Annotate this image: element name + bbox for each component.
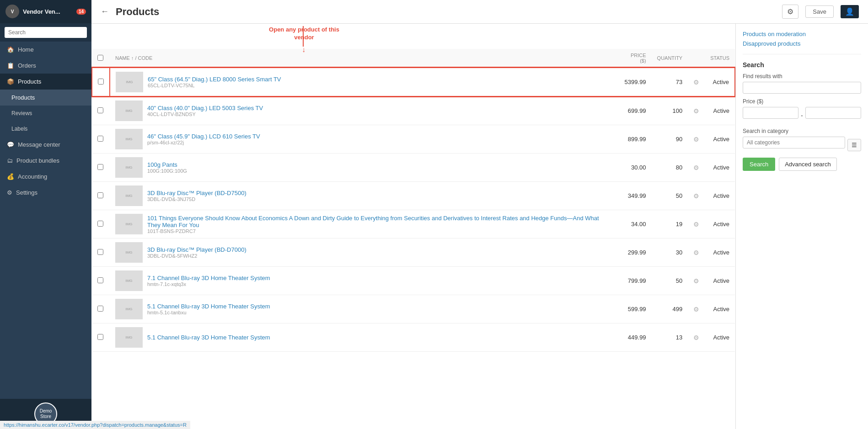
product-settings-icon[interactable]: ⚙ bbox=[688, 267, 705, 295]
product-settings-icon[interactable]: ⚙ bbox=[688, 295, 705, 323]
product-name-cell: IMG 40" Class (40.0" Diag.) LED 5003 Ser… bbox=[110, 96, 618, 125]
product-name[interactable]: 46" Class (45.9" Diag.) LCD 610 Series T… bbox=[147, 133, 260, 140]
product-settings-icon[interactable]: ⚙ bbox=[688, 154, 705, 182]
product-name[interactable]: 65" Class (64.5" Diag.) LED 8000 Series … bbox=[148, 76, 281, 83]
row-checkbox[interactable] bbox=[97, 306, 103, 312]
product-name[interactable]: 101 Things Everyone Should Know About Ec… bbox=[147, 215, 612, 228]
products-icon: 📦 bbox=[7, 78, 14, 85]
product-code: 3DBL-DVD&-3NJ75D bbox=[147, 196, 246, 202]
row-checkbox[interactable] bbox=[97, 221, 103, 227]
sidebar-item-home[interactable]: 🏠 Home bbox=[0, 42, 91, 58]
sidebar-item-labels[interactable]: Labels bbox=[0, 121, 91, 137]
product-settings-icon[interactable]: ⚙ bbox=[688, 125, 705, 154]
product-code: p/sm-46cl-xz/22j bbox=[147, 140, 260, 145]
table-row: IMG 46" Class (45.9" Diag.) LCD 610 Seri… bbox=[92, 125, 735, 154]
product-settings-icon[interactable]: ⚙ bbox=[688, 96, 705, 125]
advanced-search-button[interactable]: Advanced search bbox=[779, 158, 836, 171]
sidebar-item-products-sub[interactable]: Products bbox=[0, 90, 91, 106]
moderation-link[interactable]: Products on moderation bbox=[743, 31, 861, 37]
category-row: ☰ bbox=[743, 137, 861, 153]
disapproved-link[interactable]: Disapproved products bbox=[743, 40, 861, 47]
col-name: NAME ↑ / CODE bbox=[110, 49, 618, 68]
search-button[interactable]: Search bbox=[743, 158, 775, 171]
product-status: Active bbox=[705, 125, 735, 154]
vendor-name: Vendor Ven... bbox=[23, 8, 73, 15]
back-button[interactable]: ← bbox=[101, 7, 109, 16]
row-checkbox[interactable] bbox=[98, 79, 104, 85]
row-checkbox[interactable] bbox=[97, 334, 103, 340]
divider bbox=[743, 54, 861, 54]
col-status: STATUS bbox=[705, 49, 735, 68]
product-name[interactable]: 5.1 Channel Blu-ray 3D Home Theater Syst… bbox=[147, 303, 270, 310]
content-area: Open any product of this vendor ↓ NAME ↑… bbox=[91, 24, 868, 429]
product-status: Active bbox=[705, 154, 735, 182]
product-price: 449.99 bbox=[618, 323, 652, 352]
sidebar-item-orders[interactable]: 📋 Orders bbox=[0, 58, 91, 74]
row-checkbox[interactable] bbox=[97, 277, 103, 283]
price-separator: - bbox=[801, 112, 803, 119]
product-settings-icon[interactable]: ⚙ bbox=[688, 323, 705, 352]
home-icon: 🏠 bbox=[7, 46, 14, 53]
table-body: IMG 65" Class (64.5" Diag.) LED 8000 Ser… bbox=[92, 68, 735, 352]
settings-icon: ⚙ bbox=[7, 189, 12, 196]
product-settings-icon[interactable]: ⚙ bbox=[688, 182, 705, 210]
product-name[interactable]: 40" Class (40.0" Diag.) LED 5003 Series … bbox=[147, 105, 263, 111]
product-price: 799.99 bbox=[618, 267, 652, 295]
product-name[interactable]: 3D Blu-ray Disc™ Player (BD-D7000) bbox=[147, 246, 246, 253]
sidebar-item-settings[interactable]: ⚙ Settings bbox=[0, 185, 91, 201]
sidebar-nav: 🏠 Home 📋 Orders 📦 Products Products Revi… bbox=[0, 42, 91, 399]
product-name[interactable]: 3D Blu-ray Disc™ Player (BD-D7500) bbox=[147, 190, 246, 196]
product-code: hmtn-7.1c-xqtq3x bbox=[147, 281, 270, 287]
annotation-text: Open any product of this vendor bbox=[261, 26, 348, 42]
product-name[interactable]: 100g Pants bbox=[147, 161, 187, 168]
product-price: 899.99 bbox=[618, 125, 652, 154]
settings-button[interactable]: ⚙ bbox=[782, 5, 798, 19]
sidebar-item-products-group[interactable]: 📦 Products bbox=[0, 74, 91, 90]
table-row: IMG 100g Pants 100G:100G:100G 30.0080⚙Ac… bbox=[92, 154, 735, 182]
select-all-checkbox[interactable] bbox=[97, 55, 103, 61]
product-quantity: 90 bbox=[652, 125, 688, 154]
table-row: IMG 65" Class (64.5" Diag.) LED 8000 Ser… bbox=[92, 68, 735, 96]
product-name-cell: IMG 101 Things Everyone Should Know Abou… bbox=[110, 210, 618, 238]
row-checkbox[interactable] bbox=[97, 136, 103, 142]
product-settings-icon[interactable]: ⚙ bbox=[688, 68, 705, 96]
product-thumbnail: IMG bbox=[115, 101, 143, 121]
product-name-cell: IMG 46" Class (45.9" Diag.) LCD 610 Seri… bbox=[110, 125, 618, 154]
price-from-input[interactable] bbox=[743, 107, 798, 119]
row-checkbox[interactable] bbox=[97, 164, 103, 170]
user-button[interactable]: 👤 bbox=[841, 5, 859, 18]
avatar: V bbox=[5, 5, 19, 18]
product-thumbnail: IMG bbox=[115, 270, 143, 291]
find-results-input[interactable] bbox=[743, 82, 861, 94]
page-title: Products bbox=[116, 6, 775, 18]
product-status: Active bbox=[705, 68, 735, 96]
product-name[interactable]: 7.1 Channel Blu-ray 3D Home Theater Syst… bbox=[147, 275, 270, 281]
row-checkbox[interactable] bbox=[97, 107, 103, 113]
product-name-cell: IMG 5.1 Channel Blu-ray 3D Home Theater … bbox=[110, 323, 618, 352]
price-to-input[interactable] bbox=[805, 107, 861, 119]
products-table: NAME ↑ / CODE PRICE ($) QUANTITY STATUS bbox=[91, 49, 735, 352]
sidebar-item-message-center[interactable]: 💬 Message center bbox=[0, 137, 91, 153]
product-settings-icon[interactable]: ⚙ bbox=[688, 210, 705, 238]
sidebar-item-accounting[interactable]: 💰 Accounting bbox=[0, 169, 91, 185]
table-row: IMG 5.1 Channel Blu-ray 3D Home Theater … bbox=[92, 295, 735, 323]
category-input[interactable] bbox=[743, 137, 845, 148]
table-header: NAME ↑ / CODE PRICE ($) QUANTITY STATUS bbox=[92, 49, 735, 68]
product-name-cell: IMG 5.1 Channel Blu-ray 3D Home Theater … bbox=[110, 295, 618, 323]
sidebar-item-reviews[interactable]: Reviews bbox=[0, 106, 91, 121]
col-quantity: QUANTITY bbox=[652, 49, 688, 68]
product-name[interactable]: 5.1 Channel Blu-ray 3D Home Theater Syst… bbox=[147, 334, 270, 341]
sidebar-item-product-bundles[interactable]: 🗂 Product bundles bbox=[0, 153, 91, 169]
sidebar-search-input[interactable] bbox=[5, 27, 87, 38]
row-checkbox[interactable] bbox=[97, 192, 103, 198]
product-price: 30.00 bbox=[618, 154, 652, 182]
product-price: 699.99 bbox=[618, 96, 652, 125]
row-checkbox[interactable] bbox=[97, 249, 103, 255]
product-quantity: 50 bbox=[652, 182, 688, 210]
product-code: hmtn-5.1c-tanbxu bbox=[147, 310, 270, 315]
save-button[interactable]: Save bbox=[805, 5, 834, 18]
product-quantity: 73 bbox=[652, 68, 688, 96]
product-settings-icon[interactable]: ⚙ bbox=[688, 238, 705, 267]
find-results-label: Find results with bbox=[743, 73, 861, 79]
list-icon[interactable]: ☰ bbox=[847, 139, 861, 151]
